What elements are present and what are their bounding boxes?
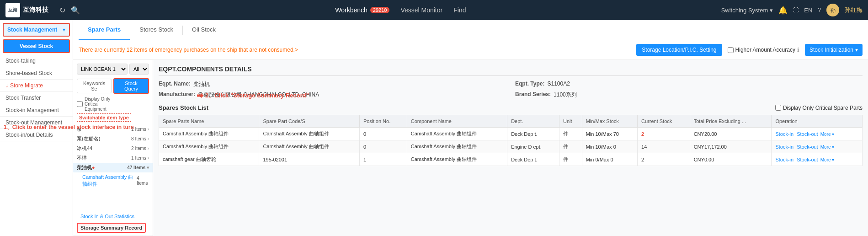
sidebar-item-stocktaking[interactable]: Stock-taking <box>0 55 73 67</box>
stock-in-out-statistics-btn[interactable]: Stock In & Out Statistics <box>77 212 138 221</box>
cell-operation-1: Stock-in Stock-out More ▾ <box>772 140 863 153</box>
content-area: Spare Parts Stores Stock Oil Stock There… <box>73 20 868 236</box>
critical-spare-parts-checkbox[interactable] <box>775 105 781 111</box>
spares-table: Spare Parts Name Spare Part Code/S Posit… <box>159 115 863 166</box>
stock-in-link-1[interactable]: Stock-in <box>775 144 793 150</box>
help-icon[interactable]: ? <box>818 7 821 13</box>
tab-spare-parts[interactable]: Spare Parts <box>79 20 130 40</box>
sidebar-item-shore-stock[interactable]: Shore-based Stock <box>0 67 73 80</box>
col-operation: Operation <box>772 115 863 128</box>
eqpt-details: Eqpt. Name: 柴油机 Eqpt. Type: S1100A2 Manu… <box>159 80 863 99</box>
all-select[interactable]: All <box>129 64 149 75</box>
eqpt-name-label: Eqpt. Name: <box>159 80 191 88</box>
refresh-icon[interactable]: ↻ <box>59 6 65 15</box>
cell-name-2: camshaft gear 曲轴齿轮 <box>159 153 259 166</box>
col-unit: Unit <box>559 115 582 128</box>
cell-dept-1: Engine D ept. <box>507 140 559 153</box>
sidebar-item-stock-transfer[interactable]: Stock Transfer <box>0 92 73 104</box>
higher-accuracy-checkbox[interactable] <box>728 47 734 53</box>
cell-price-0: CNY20.00 <box>690 128 772 140</box>
eqpt-type-value: S1100A2 <box>547 80 570 88</box>
sidebar-item-stock-in[interactable]: Stock-in Management <box>0 104 73 117</box>
cell-current-2: 2 <box>638 153 690 166</box>
cell-component-0: Camshaft Assembly 曲轴组件 <box>407 128 507 140</box>
critical-equipment-checkbox[interactable] <box>77 101 83 107</box>
more-dropdown-1[interactable]: More ▾ <box>820 145 835 150</box>
higher-accuracy-label: Higher Amount Accuracy <box>735 47 795 53</box>
cell-code-0: Camshaft Assembly 曲轴组件 <box>259 128 359 140</box>
stock-init-btn[interactable]: Stock Initialization ▾ <box>805 44 863 56</box>
higher-accuracy-area: Higher Amount Accuracy ℹ <box>728 47 799 53</box>
expand-icon[interactable]: ⛶ <box>793 7 799 13</box>
sidebar-item-stock-inout-details[interactable]: Stock-in/out Details <box>0 129 73 141</box>
vessel-stock-item[interactable]: Vessel Stock <box>3 39 70 53</box>
stock-in-link-2[interactable]: Stock-in <box>775 157 793 162</box>
switching-system-btn[interactable]: Switching System ▾ <box>721 7 773 14</box>
sidebar-item-stock-out[interactable]: Stock-out Management <box>0 117 73 129</box>
tree-item-pump[interactable]: 泵 1 Items › <box>73 124 153 134</box>
tree-item-diesel[interactable]: 柴油机● 47 Items ▾ <box>73 163 153 172</box>
tab-stores-stock[interactable]: Stores Stock <box>130 20 182 40</box>
critical-equipment-label: Display OnlyCriticalEquipment <box>85 97 110 112</box>
language-selector[interactable]: EN <box>804 7 812 14</box>
eqpt-manufacturer-item: Manufacturer: 常柴股份有限公司 CHANGCHAI CO.,LTD… <box>159 91 506 99</box>
stock-out-link-2[interactable]: Stock-out <box>797 157 818 162</box>
stock-query-btn[interactable]: Stock Query <box>113 78 149 94</box>
workbench-nav[interactable]: Workbench 29210 <box>335 6 389 14</box>
logo-text: 互海科技 <box>23 6 48 14</box>
logo-icon: 互海 <box>5 3 20 17</box>
more-dropdown-0[interactable]: More ▾ <box>820 132 835 137</box>
table-header-row: Spare Parts Name Spare Part Code/S Posit… <box>159 115 863 128</box>
col-total-price: Total Price Excluding ... <box>690 115 772 128</box>
vessel-monitor-nav[interactable]: Vessel Monitor <box>400 6 442 14</box>
user-name[interactable]: 孙红梅 <box>845 6 863 14</box>
info-icon: ℹ <box>797 47 799 53</box>
cell-component-1: Camshaft Assembly 曲轴组件 <box>407 140 507 153</box>
critical-spare-parts-label: Display Only Critical Spare Parts <box>783 105 863 111</box>
eqpt-title: EQPT.COMPONENTS DETAILS <box>159 65 863 76</box>
logo-area: 互海 互海科技 <box>5 3 48 17</box>
cell-minmax-0: Min 10/Max 70 <box>582 128 637 140</box>
spares-title-row: Spares Stock List Display Only Critical … <box>159 104 863 111</box>
more-dropdown-2[interactable]: More ▾ <box>820 157 835 162</box>
storage-summary-record-btn[interactable]: Storage Summary Record <box>77 223 146 233</box>
tabs-bar: Spare Parts Stores Stock Oil Stock <box>73 20 868 40</box>
display-critical-equipment: Display OnlyCriticalEquipment <box>73 97 153 114</box>
vessel-select[interactable]: LINK OCEAN 1 <box>77 64 128 75</box>
keywords-btn[interactable]: Keywords Se <box>77 79 112 93</box>
tree-item-camshaft[interactable]: Camshaft Assembly 曲轴组件 4 Items <box>73 172 153 189</box>
spares-list-title: Spares Stock List <box>159 104 208 111</box>
col-dept: Dept. <box>507 115 559 128</box>
stock-in-link-0[interactable]: Stock-in <box>775 131 793 137</box>
tree-item-ice-machine[interactable]: 冰机44 2 Items › <box>73 144 153 153</box>
cell-component-2: Camshaft Assembly 曲轴组件 <box>407 153 507 166</box>
nav-center: Workbench 29210 Vessel Monitor Find <box>87 6 714 14</box>
cell-price-1: CNY17,172.00 <box>690 140 772 153</box>
search-icon[interactable]: 🔍 <box>71 6 80 15</box>
alert-right: Storage Location/P.I.C. Setting Higher A… <box>636 44 863 56</box>
sidebar-item-store-migrate[interactable]: ↓ Store Migrate <box>0 80 73 92</box>
func-buttons: Stock In & Out Statistics Storage Summar… <box>73 209 153 236</box>
stock-management-menu[interactable]: Stock Management ▾ <box>3 23 70 37</box>
stock-out-link-0[interactable]: Stock-out <box>797 131 818 137</box>
func-row-2: Storage Summary Record <box>77 223 149 233</box>
stock-out-link-1[interactable]: Stock-out <box>797 144 818 150</box>
col-current: Current Stock <box>638 115 690 128</box>
cell-price-2: CNY0.00 <box>690 153 772 166</box>
cell-code-2: 195-02001 <box>259 153 359 166</box>
cell-code-1: Camshaft Assembly 曲轴组件 <box>259 140 359 153</box>
eqpt-brand-item: Brand Series: 1100系列 <box>515 91 863 99</box>
eqpt-name-value: 柴油机 <box>193 80 210 88</box>
tree-item-unknown[interactable]: 不详 1 Items › <box>73 153 153 163</box>
storage-location-btn[interactable]: Storage Location/P.I.C. Setting <box>636 44 722 56</box>
eqpt-manufacturer-value: 常柴股份有限公司 CHANGCHAI CO.,LTD.,CHINA <box>198 91 319 99</box>
eqpt-brand-label: Brand Series: <box>515 91 551 99</box>
col-spare-code: Spare Part Code/S <box>259 115 359 128</box>
alert-text: There are currently 12 items of emergenc… <box>79 47 298 53</box>
notification-bell[interactable]: 🔔 <box>778 6 788 15</box>
inner-layout: LINK OCEAN 1 All Keywords Se Stock Query <box>73 60 868 236</box>
tree-item-pump-vessel[interactable]: 泵(在船名) 8 Items › <box>73 134 153 144</box>
find-nav[interactable]: Find <box>453 6 466 14</box>
tab-oil-stock[interactable]: Oil Stock <box>183 20 225 40</box>
cell-dept-2: Deck Dep t. <box>507 153 559 166</box>
